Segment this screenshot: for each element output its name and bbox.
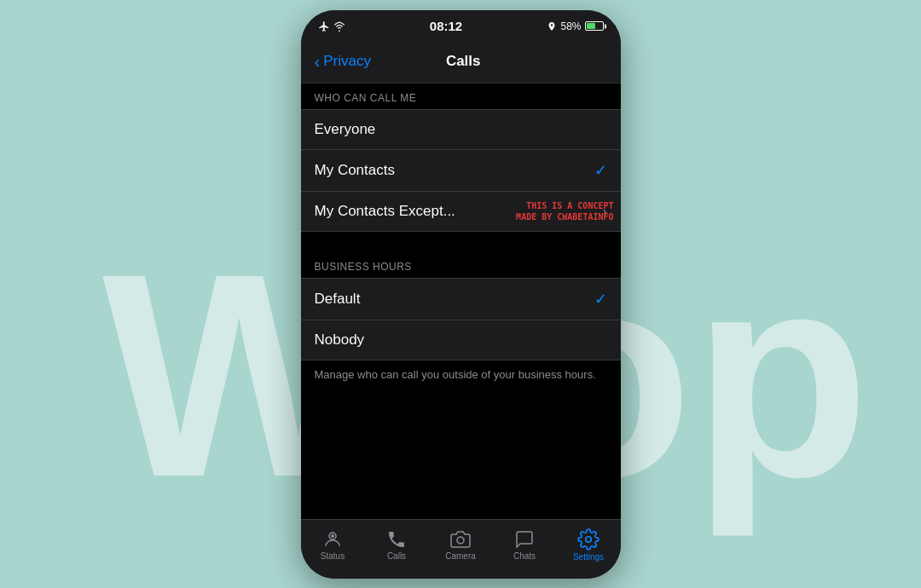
concept-watermark: THIS IS A CONCEPT MADE BY CWABETAINFO: [516, 200, 613, 222]
tab-settings-label: Settings: [573, 552, 604, 562]
section-who-can-call: WHO CAN CALL ME Everyone My Contacts ✓ M…: [301, 84, 621, 232]
page-title: Calls: [371, 53, 556, 70]
back-button[interactable]: ‹ Privacy: [315, 52, 371, 72]
list-item-my-contacts-except[interactable]: My Contacts Except... › THIS IS A CONCEP…: [301, 192, 621, 231]
checkmark-my-contacts: ✓: [594, 161, 607, 180]
svg-point-3: [586, 536, 592, 542]
back-chevron-icon: ‹: [315, 52, 321, 72]
tab-status[interactable]: Status: [301, 529, 365, 561]
camera-tab-icon: [450, 529, 471, 550]
list-item-my-contacts[interactable]: My Contacts ✓: [301, 150, 621, 192]
content-area: WHO CAN CALL ME Everyone My Contacts ✓ M…: [301, 84, 621, 519]
list-item-everyone[interactable]: Everyone: [301, 110, 621, 150]
tab-chats-label: Chats: [513, 551, 536, 561]
nav-bar: ‹ Privacy Calls: [301, 41, 621, 84]
section-header-who-can-call: WHO CAN CALL ME: [301, 84, 621, 109]
tab-chats[interactable]: Chats: [493, 529, 557, 561]
svg-point-2: [457, 537, 464, 544]
battery-percent: 58%: [560, 20, 581, 32]
tab-bar: Status Calls Camera Chats: [301, 519, 621, 579]
list-item-nobody[interactable]: Nobody: [301, 320, 621, 360]
location-icon: [547, 21, 557, 32]
back-label: Privacy: [323, 53, 371, 70]
chats-tab-icon: [514, 529, 535, 550]
item-label-nobody: Nobody: [315, 331, 607, 349]
section-list-who-can-call: Everyone My Contacts ✓ My Contacts Excep…: [301, 109, 621, 232]
tab-camera[interactable]: Camera: [429, 529, 493, 561]
concept-line1: THIS IS A CONCEPT: [516, 200, 613, 211]
item-label-default: Default: [315, 291, 594, 308]
battery-icon: [585, 21, 604, 31]
status-time: 08:12: [430, 19, 462, 33]
tab-calls[interactable]: Calls: [365, 529, 429, 561]
settings-tab-icon: [577, 528, 600, 551]
status-bar: 08:12 58%: [301, 10, 621, 41]
status-left: [318, 20, 345, 32]
section-header-business-hours: BUSINESS HOURS: [301, 252, 621, 278]
svg-point-1: [331, 534, 334, 538]
wifi-icon: [333, 20, 345, 32]
calls-tab-icon: [386, 529, 407, 550]
checkmark-default: ✓: [594, 290, 607, 308]
tab-settings[interactable]: Settings: [557, 528, 621, 562]
tab-calls-label: Calls: [387, 551, 406, 561]
tab-status-label: Status: [321, 551, 345, 561]
concept-line2: MADE BY CWABETAINFO: [516, 211, 613, 222]
section-business-hours: BUSINESS HOURS Default ✓ Nobody Manage w…: [301, 252, 621, 396]
section-list-business-hours: Default ✓ Nobody: [301, 278, 621, 360]
status-right: 58%: [547, 20, 603, 32]
tab-camera-label: Camera: [445, 551, 476, 561]
phone-frame: 08:12 58% ‹ Privacy Calls WHO CAN CALL M…: [301, 10, 621, 579]
airplane-icon: [318, 20, 330, 32]
item-label-everyone: Everyone: [315, 121, 607, 138]
footer-text: Manage who can call you outside of your …: [301, 360, 621, 396]
item-label-my-contacts: My Contacts: [315, 162, 594, 179]
status-tab-icon: [322, 529, 343, 550]
list-item-default[interactable]: Default ✓: [301, 279, 621, 320]
